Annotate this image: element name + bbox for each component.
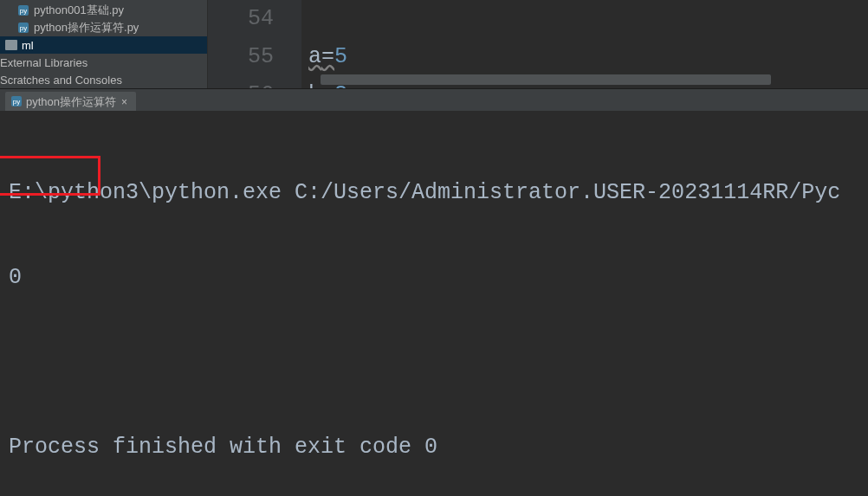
line-number: 56: [208, 76, 274, 88]
tree-item-label: python001基础.py: [34, 3, 124, 18]
tree-external-libraries[interactable]: External Libraries: [0, 54, 207, 71]
code-text: b: [308, 82, 321, 88]
tree-item-label: External Libraries: [0, 56, 87, 69]
scrollbar-thumb[interactable]: [321, 74, 771, 85]
console-line: 0: [9, 261, 868, 295]
tree-item-label: ml: [22, 39, 34, 52]
code-line[interactable]: a=5: [308, 38, 868, 76]
folder-icon: [5, 40, 17, 50]
line-number: 55: [208, 38, 274, 76]
code-editor[interactable]: 54 55 56 57 58 59 60 61 − − − a=5 b=3 # …: [208, 0, 868, 88]
python-file-icon: py: [17, 22, 29, 34]
tree-scratches[interactable]: Scratches and Consoles: [0, 71, 207, 88]
run-tabs: py python操作运算符 ×: [0, 89, 868, 112]
tree-folder-ml[interactable]: ml: [0, 36, 207, 54]
code-text: =: [321, 44, 334, 69]
svg-text:py: py: [13, 98, 20, 106]
console-line: [9, 345, 868, 380]
run-tab-label: python操作运算符: [26, 94, 116, 110]
line-number: 54: [208, 0, 274, 38]
fold-column: − − −: [289, 0, 301, 88]
run-tool-window: py python操作运算符 × E:\python3\python.exe C…: [0, 88, 868, 496]
console-line: E:\python3\python.exe C:/Users/Administr…: [9, 176, 868, 210]
console-line: Process finished with exit code 0: [9, 430, 868, 465]
svg-text:py: py: [20, 24, 27, 32]
tree-item-label: Scratches and Consoles: [0, 74, 122, 87]
run-tab[interactable]: py python操作运算符 ×: [5, 92, 136, 111]
code-line[interactable]: [308, 0, 868, 38]
close-icon[interactable]: ×: [120, 96, 129, 108]
project-tree: py python001基础.py py python操作运算符.py ml E…: [0, 0, 208, 88]
tree-item-label: python操作运算符.py: [34, 20, 139, 35]
tree-file-python001[interactable]: py python001基础.py: [0, 2, 207, 19]
python-file-icon: py: [17, 4, 29, 16]
editor-gutter: 54 55 56 57 58 59 60 61: [208, 0, 289, 88]
tree-file-operators[interactable]: py python操作运算符.py: [0, 19, 207, 36]
python-file-icon: py: [10, 95, 23, 110]
horizontal-scrollbar[interactable]: [321, 74, 859, 85]
code-text: 5: [334, 44, 347, 69]
code-text: a: [308, 44, 321, 69]
svg-text:py: py: [20, 7, 27, 15]
console-output[interactable]: E:\python3\python.exe C:/Users/Administr…: [0, 112, 868, 496]
